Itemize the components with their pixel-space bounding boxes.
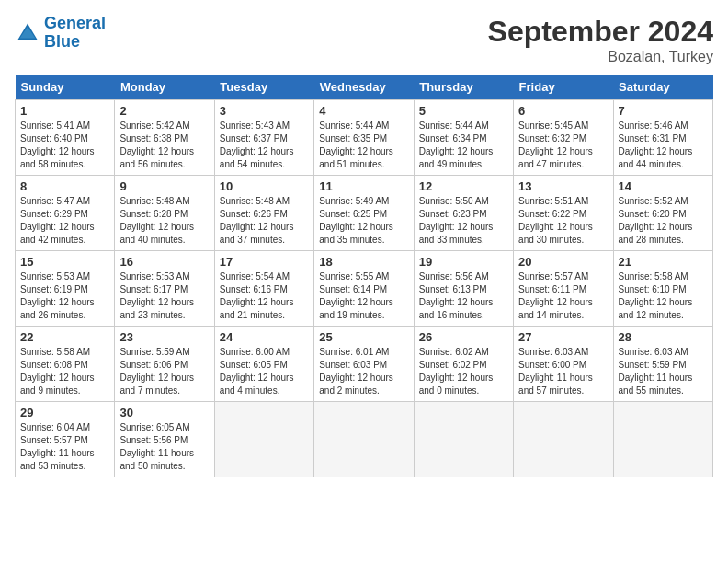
day-number: 22 [20,330,109,344]
col-wednesday: Wednesday [314,75,414,100]
day-info: Sunrise: 5:58 AM Sunset: 6:10 PM Dayligh… [619,270,708,322]
calendar-cell [214,402,313,477]
day-number: 21 [619,255,708,269]
day-info: Sunrise: 5:52 AM Sunset: 6:20 PM Dayligh… [619,195,708,247]
day-info: Sunrise: 5:50 AM Sunset: 6:23 PM Dayligh… [419,195,508,247]
calendar-cell: 3Sunrise: 5:43 AM Sunset: 6:37 PM Daylig… [214,100,313,176]
calendar-cell [314,402,414,477]
calendar-cell: 21Sunrise: 5:58 AM Sunset: 6:10 PM Dayli… [613,251,712,327]
calendar-cell [613,402,712,477]
calendar-cell [414,402,513,477]
col-thursday: Thursday [414,75,513,100]
calendar-cell: 5Sunrise: 5:44 AM Sunset: 6:34 PM Daylig… [414,100,513,176]
calendar-table: Sunday Monday Tuesday Wednesday Thursday… [15,75,713,477]
day-info: Sunrise: 5:57 AM Sunset: 6:11 PM Dayligh… [518,270,608,322]
day-info: Sunrise: 5:48 AM Sunset: 6:28 PM Dayligh… [119,195,209,247]
calendar-row: 8Sunrise: 5:47 AM Sunset: 6:29 PM Daylig… [16,176,713,251]
calendar-cell: 27Sunrise: 6:03 AM Sunset: 6:00 PM Dayli… [514,327,613,402]
day-number: 7 [619,104,708,118]
day-info: Sunrise: 6:05 AM Sunset: 5:56 PM Dayligh… [119,421,209,473]
day-info: Sunrise: 6:00 AM Sunset: 6:05 PM Dayligh… [220,346,309,397]
calendar-cell: 12Sunrise: 5:50 AM Sunset: 6:23 PM Dayli… [414,176,513,251]
calendar-cell: 30Sunrise: 6:05 AM Sunset: 5:56 PM Dayli… [115,402,214,477]
day-number: 12 [419,179,508,193]
logo-line1: General [44,14,106,32]
day-number: 23 [119,330,209,344]
day-number: 10 [220,179,309,193]
day-number: 26 [419,330,508,344]
col-tuesday: Tuesday [214,75,313,100]
day-info: Sunrise: 6:01 AM Sunset: 6:03 PM Dayligh… [319,346,408,397]
calendar-cell: 14Sunrise: 5:52 AM Sunset: 6:20 PM Dayli… [613,176,712,251]
calendar-cell: 15Sunrise: 5:53 AM Sunset: 6:19 PM Dayli… [16,251,115,327]
calendar-cell: 1Sunrise: 5:41 AM Sunset: 6:40 PM Daylig… [16,100,115,176]
day-info: Sunrise: 5:47 AM Sunset: 6:29 PM Dayligh… [20,195,109,247]
col-sunday: Sunday [16,75,115,100]
day-number: 5 [419,104,508,118]
calendar-row: 15Sunrise: 5:53 AM Sunset: 6:19 PM Dayli… [16,251,713,327]
day-info: Sunrise: 5:45 AM Sunset: 6:32 PM Dayligh… [518,120,608,171]
col-saturday: Saturday [613,75,712,100]
day-number: 8 [20,179,109,193]
calendar-cell: 4Sunrise: 5:44 AM Sunset: 6:35 PM Daylig… [314,100,414,176]
calendar-cell: 10Sunrise: 5:48 AM Sunset: 6:26 PM Dayli… [214,176,313,251]
calendar-header-row: Sunday Monday Tuesday Wednesday Thursday… [16,75,713,100]
day-info: Sunrise: 6:03 AM Sunset: 6:00 PM Dayligh… [518,346,608,397]
day-info: Sunrise: 5:43 AM Sunset: 6:37 PM Dayligh… [220,120,309,171]
day-number: 27 [518,330,608,344]
calendar-cell: 29Sunrise: 6:04 AM Sunset: 5:57 PM Dayli… [16,402,115,477]
day-number: 16 [119,255,209,269]
day-number: 6 [518,104,608,118]
month-title: September 2024 [488,15,713,49]
day-number: 29 [20,406,109,419]
calendar-cell: 2Sunrise: 5:42 AM Sunset: 6:38 PM Daylig… [115,100,214,176]
calendar-cell: 23Sunrise: 5:59 AM Sunset: 6:06 PM Dayli… [115,327,214,402]
day-info: Sunrise: 6:02 AM Sunset: 6:02 PM Dayligh… [419,346,508,397]
day-number: 13 [518,179,608,193]
calendar-cell: 13Sunrise: 5:51 AM Sunset: 6:22 PM Dayli… [514,176,613,251]
day-info: Sunrise: 5:48 AM Sunset: 6:26 PM Dayligh… [220,195,309,247]
day-number: 14 [619,179,708,193]
calendar-cell: 7Sunrise: 5:46 AM Sunset: 6:31 PM Daylig… [613,100,712,176]
day-number: 11 [319,179,408,193]
calendar-cell: 28Sunrise: 6:03 AM Sunset: 5:59 PM Dayli… [613,327,712,402]
day-info: Sunrise: 5:53 AM Sunset: 6:19 PM Dayligh… [20,270,109,322]
calendar-cell: 8Sunrise: 5:47 AM Sunset: 6:29 PM Daylig… [16,176,115,251]
calendar-row: 29Sunrise: 6:04 AM Sunset: 5:57 PM Dayli… [16,402,713,477]
day-number: 20 [518,255,608,269]
calendar-cell: 9Sunrise: 5:48 AM Sunset: 6:28 PM Daylig… [115,176,214,251]
calendar-cell: 20Sunrise: 5:57 AM Sunset: 6:11 PM Dayli… [514,251,613,327]
calendar-row: 22Sunrise: 5:58 AM Sunset: 6:08 PM Dayli… [16,327,713,402]
day-info: Sunrise: 5:54 AM Sunset: 6:16 PM Dayligh… [220,270,309,322]
title-area: September 2024 Bozalan, Turkey [488,15,713,65]
day-info: Sunrise: 5:42 AM Sunset: 6:38 PM Dayligh… [119,120,209,171]
day-info: Sunrise: 5:44 AM Sunset: 6:35 PM Dayligh… [319,120,408,171]
calendar-cell [514,402,613,477]
calendar-cell: 18Sunrise: 5:55 AM Sunset: 6:14 PM Dayli… [314,251,414,327]
calendar-cell: 24Sunrise: 6:00 AM Sunset: 6:05 PM Dayli… [214,327,313,402]
col-monday: Monday [115,75,214,100]
day-info: Sunrise: 5:53 AM Sunset: 6:17 PM Dayligh… [119,270,209,322]
calendar-row: 1Sunrise: 5:41 AM Sunset: 6:40 PM Daylig… [16,100,713,176]
logo: General Blue [15,15,106,52]
day-info: Sunrise: 6:04 AM Sunset: 5:57 PM Dayligh… [20,421,109,473]
header: General Blue September 2024 Bozalan, Tur… [15,15,713,65]
day-info: Sunrise: 5:59 AM Sunset: 6:06 PM Dayligh… [119,346,209,397]
logo-icon [15,20,40,46]
day-number: 1 [20,104,109,118]
day-number: 28 [619,330,708,344]
location-title: Bozalan, Turkey [488,49,713,65]
day-number: 17 [220,255,309,269]
day-info: Sunrise: 5:49 AM Sunset: 6:25 PM Dayligh… [319,195,408,247]
day-number: 25 [319,330,408,344]
day-number: 24 [220,330,309,344]
calendar-cell: 17Sunrise: 5:54 AM Sunset: 6:16 PM Dayli… [214,251,313,327]
day-info: Sunrise: 6:03 AM Sunset: 5:59 PM Dayligh… [619,346,708,397]
calendar-cell: 22Sunrise: 5:58 AM Sunset: 6:08 PM Dayli… [16,327,115,402]
day-info: Sunrise: 5:51 AM Sunset: 6:22 PM Dayligh… [518,195,608,247]
day-number: 19 [419,255,508,269]
day-info: Sunrise: 5:58 AM Sunset: 6:08 PM Dayligh… [20,346,109,397]
day-info: Sunrise: 5:44 AM Sunset: 6:34 PM Dayligh… [419,120,508,171]
day-number: 4 [319,104,408,118]
day-number: 2 [119,104,209,118]
